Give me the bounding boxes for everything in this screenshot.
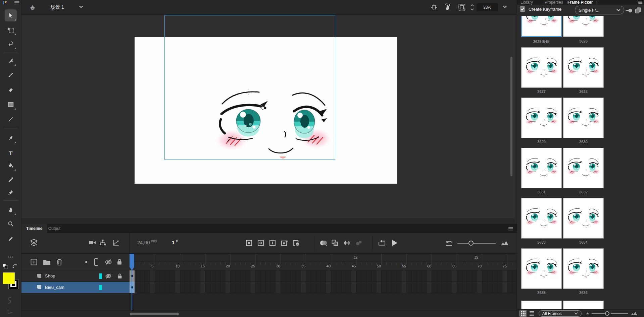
pencil-tool[interactable] [5,233,17,245]
eyedropper-tool[interactable] [5,174,17,186]
asset-warp-pin-tool[interactable] [5,186,17,198]
tab-properties[interactable]: Properties [545,0,563,5]
zoom-level-input[interactable]: 33% [477,3,498,11]
layer-locked-icon[interactable] [117,273,122,279]
timeline-panel-menu-icon[interactable] [508,227,513,231]
play-button[interactable] [391,239,398,247]
reset-timeline-zoom-icon[interactable] [445,240,453,247]
frame-thumbnail-partial[interactable] [521,301,562,309]
tab-frame-picker[interactable]: Frame Picker [567,0,593,5]
transformation-point[interactable] [261,106,264,110]
frame-thumbnail-3630[interactable]: 3630 [563,98,604,138]
grid-view-button[interactable] [519,310,527,317]
loop-playback-icon[interactable] [378,240,386,246]
tab-library[interactable]: Library [521,0,533,5]
toolbar-menu-icon[interactable] [14,1,19,5]
more-tools-button[interactable] [5,252,17,262]
timeline-hscrollbar-track[interactable] [21,310,517,317]
create-keyframe-checkbox[interactable] [520,6,525,12]
lasso-tool[interactable] [5,38,17,50]
fluid-brush-tool[interactable] [5,55,17,67]
eraser-tool[interactable] [5,84,17,96]
rectangle-tool[interactable] [5,99,17,111]
new-layer-button[interactable] [31,259,37,265]
thumb-size-slider-track[interactable] [592,313,605,314]
delete-layer-button[interactable] [56,258,63,266]
layer-row-shop[interactable]: Shop [21,270,130,282]
new-folder-button[interactable] [43,259,51,265]
tab-output[interactable]: Output [44,224,65,233]
default-colors-icon[interactable] [3,264,8,269]
canvas-vscrollbar-thumb[interactable] [510,57,512,176]
frame-thumbnail-3633[interactable]: 3633 [521,198,562,239]
timeline-ruler[interactable]: 1s 2s 3s 5 10 15 20 25 30 35 40 45 50 55… [130,254,517,270]
outline-column-icon[interactable] [94,258,99,266]
frames-row-shop[interactable] [130,270,517,282]
layer-color-swatch[interactable] [99,285,102,290]
playhead-marker[interactable] [130,254,134,270]
clip-content-icon[interactable] [458,4,465,11]
insert-frame-icon[interactable] [269,240,276,246]
line-tool[interactable] [5,113,17,125]
graph-editor-icon[interactable] [113,239,119,246]
layer-parenting-icon[interactable] [99,239,106,246]
pen-tool[interactable] [5,132,17,144]
timeline-hscrollbar-thumb[interactable] [130,313,179,315]
edit-multiple-frames-icon[interactable] [332,240,338,246]
insert-blank-keyframe-icon[interactable] [257,240,264,246]
frames-filter-dropdown[interactable]: All Frames [539,310,582,317]
tab-timeline[interactable]: Timeline [21,224,47,233]
paint-bucket-tool[interactable] [5,160,17,172]
stage-pasteboard[interactable] [21,15,515,224]
layer-stack-icon[interactable] [30,239,38,247]
frame-thumbnail-3626[interactable]: 3626 [563,16,604,37]
frame-thumbnail-3632[interactable]: 3632 [563,148,604,188]
layer-hidden-eye-slash-icon[interactable] [105,273,112,279]
classic-brush-tool[interactable] [5,69,17,81]
insert-keyframe-icon[interactable] [246,240,252,246]
canvas-hscrollbar-track[interactable] [21,218,515,224]
hand-tool[interactable] [5,204,17,216]
timeline-zoom-slider-knob[interactable] [468,241,474,246]
frame-thumbnail-3627[interactable]: 3627 [521,47,562,88]
frame-thumbnail-3628[interactable]: 3628 [563,47,604,88]
highlight-column-icon[interactable] [85,261,87,263]
fill-color-swatch[interactable] [3,272,15,284]
frame-thumbnail-3625[interactable]: 3625 眨眼 [521,16,562,37]
thumb-size-large-icon[interactable] [631,311,638,316]
layer-row-bieu-cam[interactable]: Bieu_cam [21,282,130,293]
visibility-column-icon[interactable] [105,259,112,265]
swap-symbol-arrows-icon[interactable] [343,240,351,246]
frame-thumbnail-partial[interactable] [563,301,604,309]
frame-thumbnail-3634[interactable]: 3634 [563,198,604,239]
frame-thumbnail-3631[interactable]: 3631 [521,148,562,188]
fps-display[interactable]: 24,00 FPS [137,240,157,245]
pin-frame-picker-icon[interactable] [625,8,633,13]
frame-view-size-icon[interactable] [501,240,509,246]
onion-skin-icon[interactable] [319,240,328,246]
right-panel-menu-icon[interactable] [638,1,643,4]
list-view-button[interactable] [529,311,535,316]
frame-thumbnail-3635[interactable]: 3635 [521,248,562,289]
thumb-size-small-icon[interactable] [586,312,590,315]
duplicate-panel-icon[interactable] [635,7,641,14]
timeline-zoom-slider-track[interactable] [457,243,496,244]
layer-color-swatch[interactable] [99,273,102,279]
frames-row-bieu-cam[interactable] [130,282,517,293]
frame-mode-dropdown[interactable]: Single Fr... [575,6,624,14]
layer-name[interactable]: Bieu_cam [45,285,64,290]
lock-column-icon[interactable] [116,258,122,266]
selection-tool[interactable] [5,9,17,21]
thumb-size-slider-track2[interactable] [611,313,628,314]
current-frame-display[interactable]: 1 F [172,240,178,245]
auto-keyframe-icon[interactable]: A [281,240,288,246]
subselection-transform-tool[interactable] [5,24,17,36]
thumb-size-slider-knob[interactable] [605,311,609,316]
layer-name[interactable]: Shop [45,273,55,278]
frame-thumbnail-3629[interactable]: 3629 [521,98,562,138]
text-tool[interactable]: T [5,147,17,160]
swap-colors-icon[interactable] [12,264,18,269]
scene-chevron-down-icon[interactable] [79,5,83,8]
camera-icon[interactable] [89,240,96,246]
center-stage-icon[interactable] [431,4,437,11]
